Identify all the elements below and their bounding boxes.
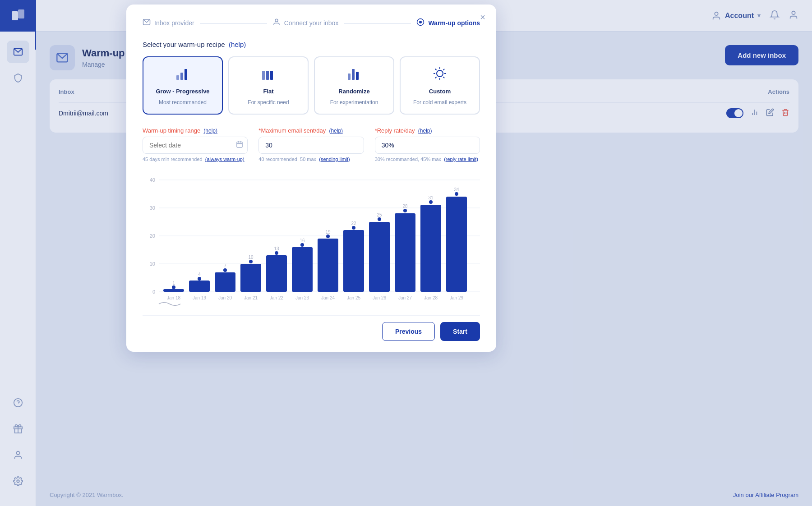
reply-rate-limit-link[interactable]: (reply rate limit)	[444, 156, 478, 162]
svg-rect-58	[266, 255, 287, 292]
svg-text:Jan 18: Jan 18	[167, 295, 180, 300]
recipe-card-custom[interactable]: Custom For cold email experts	[400, 56, 480, 115]
svg-text:Jan 20: Jan 20	[218, 295, 232, 300]
section-title: Select your warm-up recipe (help)	[143, 41, 480, 48]
max-email-group: *Maximum email sent/day (help) 40 recomm…	[258, 127, 364, 162]
svg-rect-66	[318, 239, 338, 292]
svg-text:Jan 22: Jan 22	[270, 295, 283, 300]
reply-rate-hint: 30% recommanded, 45% max (reply rate lim…	[375, 156, 480, 162]
svg-rect-18	[176, 75, 179, 80]
step-connect-icon	[272, 18, 281, 28]
recipe-card-randomize[interactable]: Randomize For experimentation	[314, 56, 394, 115]
flat-subtitle: For specific need	[248, 99, 289, 106]
svg-text:30: 30	[150, 205, 155, 211]
svg-text:4: 4	[198, 272, 201, 277]
calendar-icon	[236, 141, 243, 150]
svg-text:Jan 28: Jan 28	[424, 295, 438, 300]
svg-point-55	[249, 260, 253, 263]
svg-text:22: 22	[351, 221, 356, 226]
step-connect-label: Connect your inbox	[284, 19, 339, 27]
svg-rect-28	[237, 142, 242, 147]
step-connect-inbox: Connect your inbox	[272, 18, 339, 28]
timing-group: Warm-up timing range (help) 45 days min …	[143, 127, 248, 162]
svg-rect-42	[163, 289, 184, 292]
timing-input[interactable]	[143, 137, 248, 154]
svg-text:31: 31	[428, 195, 434, 200]
max-email-input[interactable]	[258, 137, 364, 154]
svg-rect-50	[215, 272, 235, 292]
svg-point-71	[352, 226, 355, 230]
section-help-link[interactable]: (help)	[229, 41, 246, 48]
recipe-cards: Grow - Progressive Most recommanded Flat…	[143, 56, 480, 115]
svg-point-83	[429, 200, 433, 204]
svg-text:Jan 23: Jan 23	[295, 295, 309, 300]
svg-text:20: 20	[150, 233, 155, 239]
svg-text:13: 13	[274, 246, 279, 251]
grow-icon	[175, 65, 191, 83]
step-inbox-icon	[143, 18, 151, 28]
reply-rate-input[interactable]	[375, 137, 480, 154]
svg-rect-24	[348, 74, 351, 80]
start-button[interactable]: Start	[440, 322, 480, 341]
max-email-hint: 40 recommended, 50 max (sending limit)	[258, 156, 364, 162]
recipe-card-flat[interactable]: Flat For specific need	[228, 56, 309, 115]
svg-point-43	[172, 285, 175, 289]
timing-help-link[interactable]: (help)	[203, 128, 217, 134]
svg-text:Jan 19: Jan 19	[193, 295, 206, 300]
randomize-subtitle: For experimentation	[330, 99, 378, 106]
svg-rect-20	[185, 69, 187, 80]
step-inbox-provider: Inbox provider	[143, 18, 194, 28]
svg-point-16	[275, 19, 278, 22]
svg-text:34: 34	[454, 187, 459, 192]
svg-text:40: 40	[150, 177, 155, 183]
svg-text:Jan 25: Jan 25	[347, 295, 360, 300]
svg-text:10: 10	[248, 255, 254, 260]
svg-text:16: 16	[300, 238, 305, 243]
svg-text:Jan 24: Jan 24	[321, 295, 335, 300]
svg-text:19: 19	[325, 230, 331, 235]
modal-close-button[interactable]: ×	[476, 11, 489, 23]
svg-point-59	[275, 251, 278, 255]
svg-rect-46	[189, 281, 210, 292]
modal-stepper: Inbox provider Connect your inbox Warm-u…	[143, 18, 480, 28]
svg-text:10: 10	[150, 261, 155, 267]
max-email-label: *Maximum email sent/day (help)	[258, 127, 364, 134]
svg-point-63	[300, 243, 304, 247]
randomize-title: Randomize	[338, 88, 369, 95]
modal-overlay: × Inbox provider Connect your inbox	[0, 0, 812, 506]
svg-text:Jan 21: Jan 21	[244, 295, 258, 300]
custom-subtitle: For cold email experts	[413, 99, 466, 106]
modal: × Inbox provider Connect your inbox	[126, 5, 496, 352]
svg-point-27	[437, 70, 443, 77]
svg-rect-78	[395, 213, 415, 292]
svg-rect-21	[262, 71, 265, 80]
svg-text:Jan 27: Jan 27	[398, 295, 412, 300]
always-warmup-link[interactable]: (always warm-up)	[205, 156, 245, 162]
svg-rect-74	[369, 222, 390, 292]
reply-rate-group: *Reply rate/day (help) 30% recommanded, …	[375, 127, 480, 162]
svg-rect-25	[352, 69, 355, 80]
svg-rect-22	[266, 71, 269, 80]
svg-point-17	[420, 21, 422, 23]
custom-title: Custom	[429, 88, 451, 95]
svg-text:1: 1	[172, 281, 175, 285]
randomize-icon	[346, 65, 362, 83]
svg-text:Jan 29: Jan 29	[450, 295, 463, 300]
reply-rate-help-link[interactable]: (help)	[418, 128, 432, 134]
sending-limit-link[interactable]: (sending limit)	[319, 156, 350, 162]
svg-text:7: 7	[224, 263, 226, 268]
svg-rect-82	[420, 205, 441, 292]
recipe-card-grow[interactable]: Grow - Progressive Most recommanded	[143, 56, 223, 115]
timing-input-wrapper	[143, 137, 248, 154]
custom-icon	[432, 65, 448, 83]
svg-text:25: 25	[377, 212, 382, 217]
svg-point-47	[198, 277, 201, 281]
timing-label: Warm-up timing range (help)	[143, 127, 248, 134]
chart-area: 40 30 20 10 0 1 Jan 18 4	[143, 171, 480, 308]
timing-hint: 45 days min recommended (always warm-up)	[143, 156, 248, 162]
flat-title: Flat	[263, 88, 273, 95]
svg-rect-62	[292, 247, 313, 292]
max-email-help-link[interactable]: (help)	[329, 128, 343, 134]
previous-button[interactable]: Previous	[382, 322, 435, 341]
svg-point-67	[326, 235, 330, 238]
